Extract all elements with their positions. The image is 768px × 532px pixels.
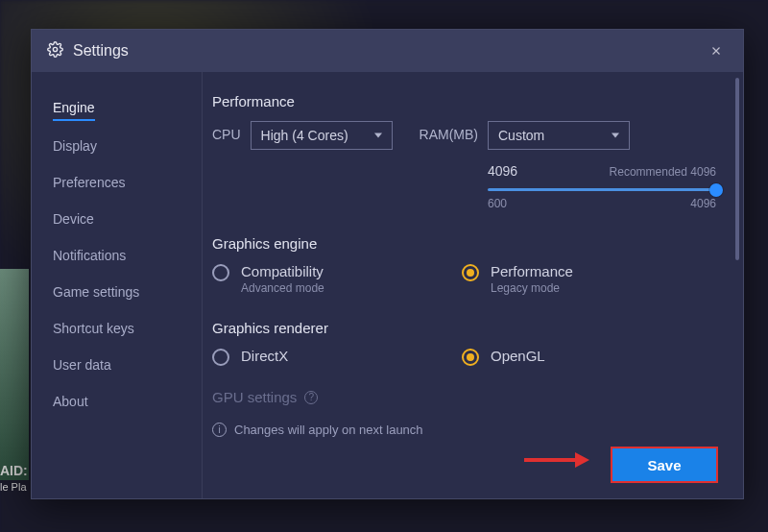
annotation-arrow — [522, 450, 589, 473]
radio-icon — [462, 349, 479, 366]
section-graphics-engine: Graphics engine — [212, 235, 716, 252]
gear-icon — [47, 41, 63, 61]
sidebar: Engine Display Preferences Device Notifi… — [32, 72, 203, 498]
ram-max: 4096 — [690, 197, 716, 210]
modal-title: Settings — [73, 42, 129, 60]
ram-slider-thumb[interactable] — [709, 183, 723, 197]
radio-icon — [212, 349, 229, 366]
section-gpu: GPU settings ? — [212, 389, 716, 405]
section-performance: Performance — [212, 93, 716, 109]
chevron-down-icon — [612, 133, 619, 138]
radio-icon — [462, 264, 479, 281]
radio-compatibility[interactable]: Compatibility Advanced mode — [212, 263, 404, 295]
scrollbar[interactable] — [735, 78, 739, 260]
close-button[interactable] — [705, 39, 728, 62]
ram-value: Custom — [498, 128, 544, 143]
main-panel: Performance CPU High (4 Cores) RAM(MB) C… — [203, 72, 743, 498]
section-graphics-renderer: Graphics renderer — [212, 320, 716, 336]
radio-opengl[interactable]: OpenGL — [462, 348, 545, 366]
sidebar-item-display[interactable]: Display — [53, 128, 97, 164]
svg-marker-2 — [575, 452, 589, 468]
cpu-label: CPU — [212, 121, 241, 142]
sidebar-item-notifications[interactable]: Notifications — [53, 237, 126, 274]
sidebar-item-preferences[interactable]: Preferences — [53, 164, 125, 201]
sidebar-item-user-data[interactable]: User data — [53, 347, 111, 383]
sidebar-item-engine[interactable]: Engine — [53, 89, 95, 121]
save-button[interactable]: Save — [612, 448, 716, 481]
sidebar-item-game-settings[interactable]: Game settings — [53, 274, 139, 310]
ram-min: 600 — [488, 197, 507, 210]
cpu-select[interactable]: High (4 Cores) — [251, 121, 393, 150]
sidebar-item-device[interactable]: Device — [53, 201, 94, 237]
radio-icon — [212, 264, 229, 281]
sidebar-item-shortcut-keys[interactable]: Shortcut keys — [53, 310, 134, 347]
ram-label: RAM(MB) — [420, 121, 478, 142]
radio-directx[interactable]: DirectX — [212, 348, 404, 366]
info-icon: i — [212, 423, 227, 437]
chevron-down-icon — [374, 133, 382, 138]
sidebar-item-about[interactable]: About — [53, 383, 88, 420]
ram-select[interactable]: Custom — [488, 121, 630, 150]
svg-point-0 — [53, 47, 57, 51]
ram-recommended: Recommended 4096 — [610, 165, 716, 179]
modal-header: Settings — [32, 30, 743, 72]
footer-note: Changes will apply on next launch — [234, 423, 423, 437]
help-icon[interactable]: ? — [304, 391, 318, 404]
radio-performance[interactable]: Performance Legacy mode — [462, 263, 573, 295]
ram-slider[interactable] — [488, 188, 716, 191]
settings-modal: Settings Engine Display Preferences Devi… — [31, 29, 744, 499]
ram-current: 4096 — [488, 163, 517, 179]
cpu-value: High (4 Cores) — [261, 128, 348, 143]
